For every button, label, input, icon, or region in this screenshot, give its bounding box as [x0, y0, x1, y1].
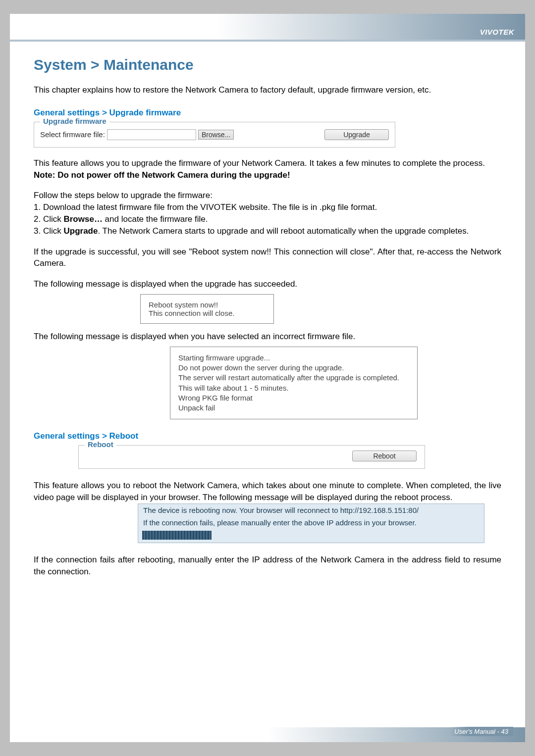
msgbox-fail: Starting firmware upgrade... Do not powe… — [170, 347, 418, 420]
msg-fail-l6: Unpack fail — [178, 403, 409, 413]
progress-bar — [142, 531, 212, 540]
msg-success-line2: This connection will close. — [149, 309, 266, 317]
step2-pre: 2. Click — [34, 214, 63, 224]
step3-pre: 3. Click — [34, 226, 63, 236]
reboot-panel-l1: The device is rebooting now. Your browse… — [138, 504, 484, 516]
msg-success-line1: Reboot system now!! — [149, 301, 266, 309]
reboot-after: If the connection fails after rebooting,… — [34, 554, 501, 578]
upgrade-steps: Follow the steps below to upgrade the fi… — [34, 190, 501, 237]
msg-fail-l5: Wrong PKG file format — [178, 393, 409, 403]
step-2: 2. Click Browse… and locate the firmware… — [34, 213, 501, 225]
msg-fail-l2: Do not power down the server during the … — [178, 363, 409, 373]
step3-bold: Upgrade — [63, 226, 98, 236]
upgrade-desc: This feature allows you to upgrade the f… — [34, 157, 501, 169]
step-1: 1. Download the latest firmware file fro… — [34, 202, 501, 213]
step-3: 3. Click Upgrade. The Network Camera sta… — [34, 225, 501, 237]
section-heading-reboot: General settings > Reboot — [34, 431, 501, 441]
upgrade-button[interactable]: Upgrade — [324, 129, 389, 140]
succeeded-intro: The following message is displayed when … — [34, 278, 501, 290]
intro-paragraph: This chapter explains how to restore the… — [34, 84, 501, 96]
document-page: VIVOTEK System > Maintenance This chapte… — [10, 14, 525, 742]
step2-bold: Browse… — [63, 214, 102, 224]
section-heading-upgrade: General settings > Upgrade firmware — [34, 108, 501, 118]
fieldset-legend-reboot: Reboot — [85, 440, 116, 449]
fieldset-upgrade-firmware: Upgrade firmware Select firmware file: B… — [34, 122, 395, 148]
upgrade-note-bold: Note: Do not power off the Network Camer… — [34, 170, 290, 180]
firmware-file-input[interactable] — [107, 129, 196, 140]
success-para: If the upgrade is successful, you will s… — [34, 246, 501, 270]
label-select-file: Select firmware file: — [40, 130, 105, 139]
reboot-panel-l2: If the connection fails, please manually… — [138, 516, 484, 529]
page-title: System > Maintenance — [34, 56, 501, 73]
msg-fail-l3: The server will restart automatically af… — [178, 373, 409, 383]
reboot-button[interactable]: Reboot — [352, 451, 417, 461]
footer-band — [10, 727, 525, 742]
upgrade-note: Note: Do not power off the Network Camer… — [34, 169, 501, 181]
step2-post: and locate the firmware file. — [103, 214, 208, 224]
brand-name: VIVOTEK — [480, 28, 514, 36]
browse-button[interactable]: Browse... — [198, 130, 234, 140]
header-band: VIVOTEK — [10, 14, 525, 42]
row-upgrade: Select firmware file: Browse... Upgrade — [40, 129, 389, 140]
reboot-desc: This feature allows you to reboot the Ne… — [34, 480, 501, 504]
fieldset-legend-upgrade: Upgrade firmware — [40, 117, 109, 125]
steps-intro: Follow the steps below to upgrade the fi… — [34, 190, 501, 202]
msg-fail-l4: This will take about 1 - 5 minutes. — [178, 383, 409, 393]
fieldset-reboot: Reboot Reboot — [78, 445, 425, 469]
msgbox-success: Reboot system now!! This connection will… — [140, 294, 274, 324]
content-area: System > Maintenance This chapter explai… — [10, 42, 525, 577]
msg-fail-l1: Starting firmware upgrade... — [178, 353, 409, 363]
step3-post: . The Network Camera starts to upgrade a… — [98, 226, 469, 236]
footer-page-label: User's Manual - 43 — [449, 727, 513, 736]
reboot-progress-panel: The device is rebooting now. Your browse… — [138, 504, 484, 543]
incorrect-intro: The following message is displayed when … — [34, 331, 501, 343]
